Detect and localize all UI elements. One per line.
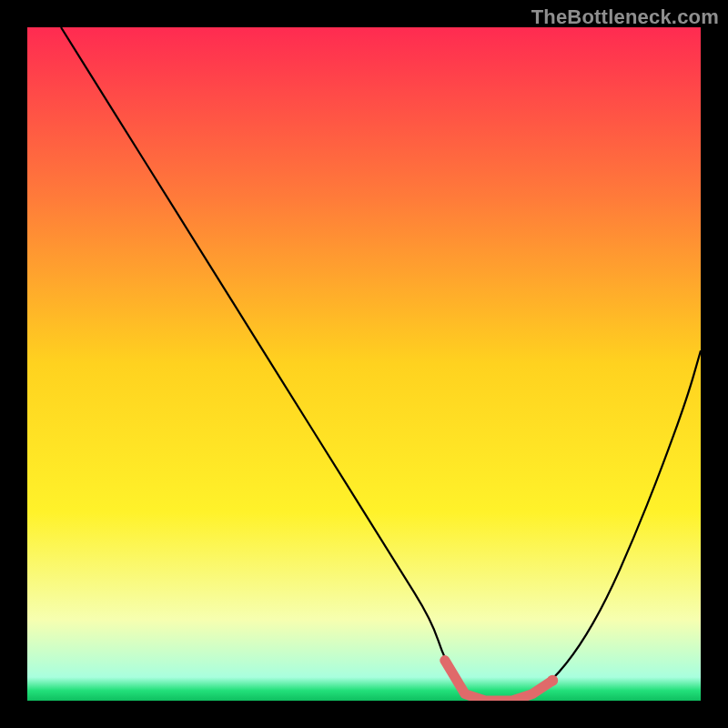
watermark-text: TheBottleneck.com [531, 5, 719, 29]
gradient-background [27, 27, 701, 701]
chart-svg [27, 27, 701, 701]
chart-container: TheBottleneck.com [0, 0, 728, 728]
plot-area [27, 27, 701, 701]
optimal-range-endpoint [547, 675, 558, 686]
